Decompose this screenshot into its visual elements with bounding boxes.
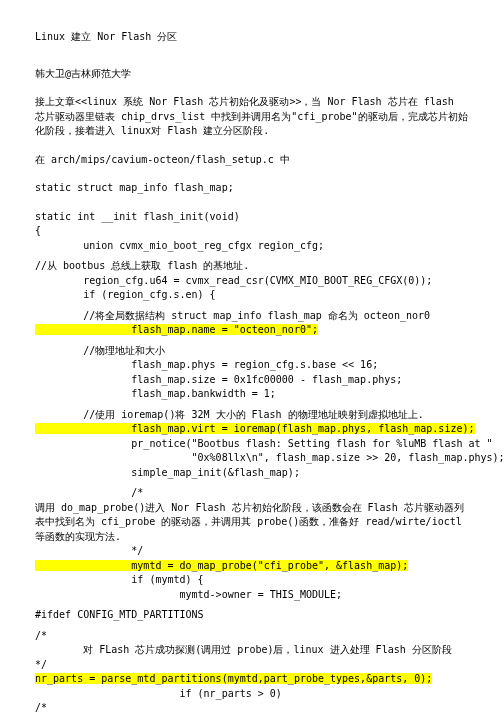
comment-close: */ bbox=[35, 658, 469, 673]
ifdef-line: #ifdef CONFIG_MTD_PARTITIONS bbox=[35, 608, 469, 623]
code-line: union cvmx_mio_boot_reg_cfgx region_cfg; bbox=[35, 239, 469, 254]
comment-line: //物理地址和大小 bbox=[35, 344, 469, 359]
comment-body: 对 FLash 芯片成功探测(调用过 probe)后，linux 进入处理 Fl… bbox=[35, 643, 469, 658]
code-line: static struct map_info flash_map; bbox=[35, 181, 469, 196]
comment-body: 调用 do_map_probe()进入 Nor Flash 芯片初始化阶段，该函… bbox=[35, 501, 469, 545]
code-line: "0x%08llx\n", flash_map.size >> 20, flas… bbox=[35, 451, 469, 466]
code-line: if (nr_parts > 0) bbox=[35, 687, 469, 702]
author-line: 韩大卫@吉林师范大学 bbox=[35, 67, 469, 82]
code-line: if (mymtd) { bbox=[35, 573, 469, 588]
highlight-parse-partitions: nr_parts = parse_mtd_partitions(mymtd,pa… bbox=[35, 673, 432, 684]
comment-line: //使用 ioremap()将 32M 大小的 Flash 的物理地址映射到虚拟… bbox=[35, 408, 469, 423]
comment-open: /* bbox=[35, 629, 469, 644]
code-line: nr_parts = parse_mtd_partitions(mymtd,pa… bbox=[35, 672, 469, 687]
code-line: if (region_cfg.s.en) { bbox=[35, 288, 469, 303]
highlight-name-assign: flash_map.name = "octeon_nor0"; bbox=[35, 324, 318, 335]
intro-paragraph: 接上文章<<linux 系统 Nor Flash 芯片初始化及驱动>>，当 No… bbox=[35, 95, 469, 139]
comment-open: /* bbox=[35, 701, 469, 713]
code-line: mymtd = do_map_probe("cfi_probe", &flash… bbox=[35, 559, 469, 574]
comment-close: */ bbox=[35, 544, 469, 559]
code-line: flash_map.phys = region_cfg.s.base << 16… bbox=[35, 358, 469, 373]
doc-title: Linux 建立 Nor Flash 分区 bbox=[35, 30, 469, 45]
code-line: flash_map.name = "octeon_nor0"; bbox=[35, 323, 469, 338]
code-line: pr_notice("Bootbus flash: Setting flash … bbox=[35, 437, 469, 452]
code-line: simple_map_init(&flash_map); bbox=[35, 466, 469, 481]
highlight-ioremap: flash_map.virt = ioremap(flash_map.phys,… bbox=[35, 423, 475, 434]
comment-line: //从 bootbus 总线上获取 flash 的基地址. bbox=[35, 259, 469, 274]
code-line: flash_map.virt = ioremap(flash_map.phys,… bbox=[35, 422, 469, 437]
code-line: flash_map.bankwidth = 1; bbox=[35, 387, 469, 402]
code-line: { bbox=[35, 224, 469, 239]
code-line: region_cfg.u64 = cvmx_read_csr(CVMX_MIO_… bbox=[35, 274, 469, 289]
code-line: static int __init flash_init(void) bbox=[35, 210, 469, 225]
static-decl: static struct map_info flash_map; bbox=[35, 181, 469, 196]
file-location: 在 arch/mips/cavium-octeon/flash_setup.c … bbox=[35, 153, 469, 168]
code-line: flash_map.size = 0x1fc00000 - flash_map.… bbox=[35, 373, 469, 388]
code-line: mymtd->owner = THIS_MODULE; bbox=[35, 588, 469, 603]
highlight-domapprobe: mymtd = do_map_probe("cfi_probe", &flash… bbox=[35, 560, 408, 571]
comment-line: //将全局数据结构 struct map_info flash_map 命名为 … bbox=[35, 309, 469, 324]
comment-open: /* bbox=[35, 486, 469, 501]
